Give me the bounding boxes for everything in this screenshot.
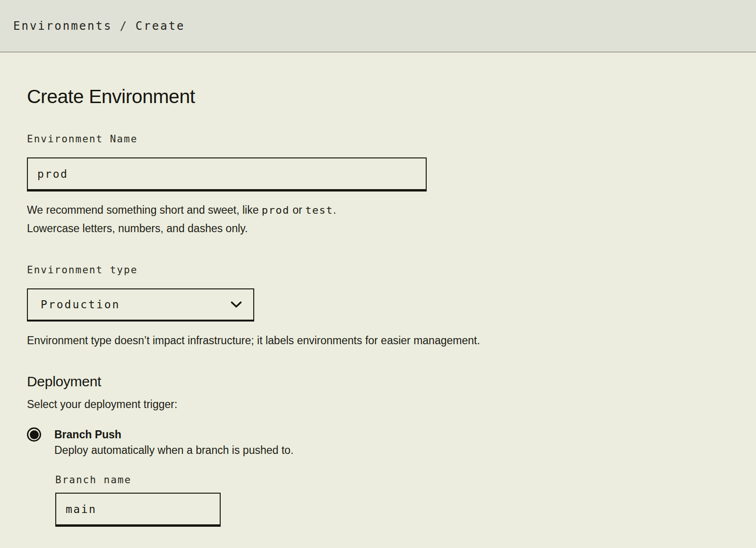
environment-type-label: Environment type: [27, 264, 729, 276]
branch-push-radio[interactable]: [27, 427, 41, 442]
help-text-segment: We recommend something short and sweet, …: [27, 204, 262, 216]
environment-name-help-line2: Lowercase letters, numbers, and dashes o…: [27, 219, 729, 237]
branch-push-texts: Branch Push Deploy automatically when a …: [54, 427, 293, 459]
environment-name-input[interactable]: [27, 157, 427, 191]
environment-type-select[interactable]: Production: [27, 288, 254, 322]
chevron-down-icon: [231, 301, 242, 308]
help-text-segment: or: [290, 204, 305, 216]
branch-push-label[interactable]: Branch Push: [54, 427, 293, 442]
environment-name-label: Environment Name: [27, 133, 729, 145]
branch-name-input[interactable]: [55, 493, 221, 527]
breadcrumb-separator: /: [120, 19, 128, 33]
page-title: Create Environment: [27, 86, 729, 107]
radio-selected-dot: [30, 430, 39, 439]
deployment-section-title: Deployment: [27, 373, 729, 390]
breadcrumb-item-environments[interactable]: Environments: [13, 19, 112, 33]
create-environment-form: Create Environment Environment Name We r…: [0, 52, 756, 527]
help-text-segment: .: [333, 204, 336, 216]
environment-type-value: Production: [41, 298, 120, 311]
topbar: Environments / Create: [0, 0, 756, 52]
deployment-trigger-prompt: Select your deployment trigger:: [27, 397, 729, 411]
environment-name-help-line1: We recommend something short and sweet, …: [27, 201, 729, 219]
help-code-prod: prod: [262, 204, 290, 216]
branch-name-field: Branch name: [55, 474, 729, 527]
environment-name-help: We recommend something short and sweet, …: [27, 201, 729, 237]
environment-type-help: Environment type doesn’t impact infrastr…: [27, 331, 729, 349]
branch-push-description: Deploy automatically when a branch is pu…: [54, 442, 293, 459]
breadcrumb-item-create: Create: [136, 19, 185, 33]
branch-push-option: Branch Push Deploy automatically when a …: [27, 427, 729, 459]
help-code-test: test: [305, 204, 333, 216]
breadcrumb: Environments / Create: [13, 19, 185, 33]
branch-name-label: Branch name: [55, 474, 729, 486]
